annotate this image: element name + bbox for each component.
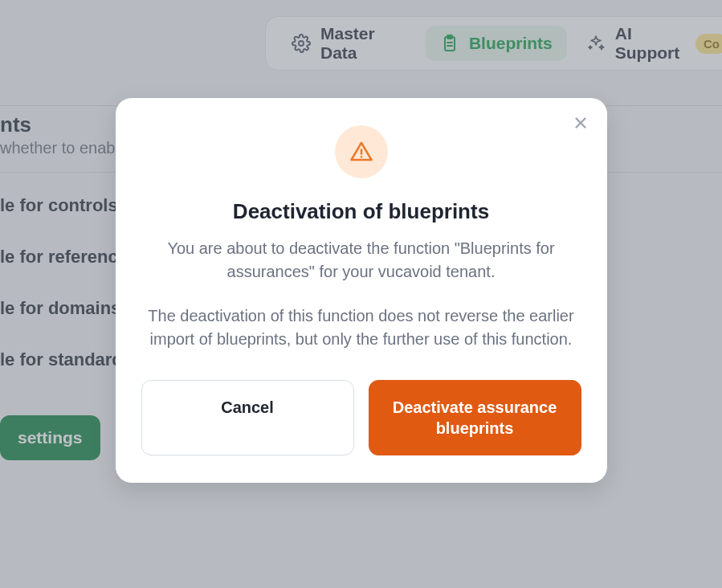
deactivation-dialog: Deactivation of blueprints You are about… <box>116 98 607 483</box>
cancel-button[interactable]: Cancel <box>141 380 354 455</box>
dialog-paragraph: The deactivation of this function does n… <box>141 304 581 351</box>
deactivate-button[interactable]: Deactivate assurance blueprints <box>369 380 581 455</box>
svg-point-3 <box>360 156 362 158</box>
dialog-paragraph: You are about to deactivate the function… <box>141 237 581 284</box>
close-icon[interactable] <box>569 111 593 135</box>
dialog-body: You are about to deactivate the function… <box>141 237 581 351</box>
dialog-title: Deactivation of blueprints <box>141 199 581 224</box>
modal-overlay: Deactivation of blueprints You are about… <box>0 0 722 588</box>
dialog-button-row: Cancel Deactivate assurance blueprints <box>141 380 581 455</box>
warning-icon <box>335 125 388 178</box>
